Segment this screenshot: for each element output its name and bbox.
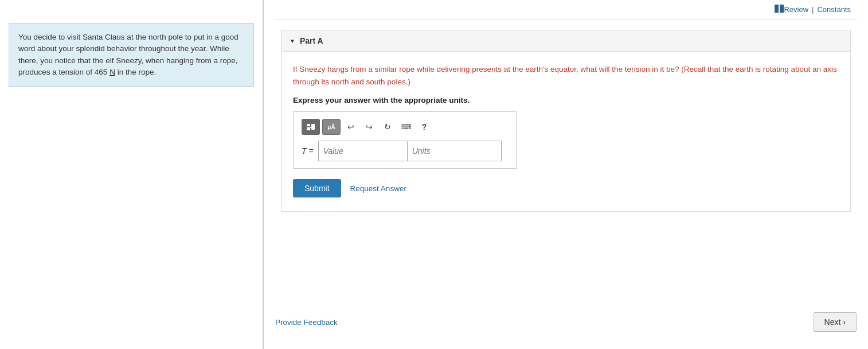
answer-box: μÅ ↩ ↪ ↻ ⌨ ? T = bbox=[293, 111, 517, 169]
next-label: Next bbox=[824, 317, 841, 327]
express-label: Express your answer with the appropriate… bbox=[293, 96, 839, 104]
next-arrow-icon: › bbox=[843, 317, 846, 327]
part-a-section: ▼ Part A If Sneezy hangs from a similar … bbox=[281, 30, 851, 212]
redo-icon[interactable]: ↪ bbox=[361, 119, 377, 135]
context-text: You decide to visit Santa Claus at the n… bbox=[18, 33, 238, 76]
toolbar: μÅ ↩ ↪ ↻ ⌨ ? bbox=[302, 119, 508, 135]
submit-row: Submit Request Answer bbox=[293, 179, 839, 197]
provide-feedback-link[interactable]: Provide Feedback bbox=[275, 318, 338, 327]
value-input[interactable] bbox=[318, 141, 407, 161]
constants-link[interactable]: Constants bbox=[817, 5, 851, 14]
svg-rect-6 bbox=[311, 124, 315, 130]
collapse-icon: ▼ bbox=[290, 38, 295, 44]
undo-icon[interactable]: ↩ bbox=[343, 119, 359, 135]
submit-button[interactable]: Submit bbox=[293, 179, 341, 197]
left-panel: You decide to visit Santa Claus at the n… bbox=[0, 0, 264, 349]
part-a-header[interactable]: ▼ Part A bbox=[281, 30, 850, 52]
unit-n: N bbox=[110, 68, 115, 76]
help-icon[interactable]: ? bbox=[416, 119, 432, 135]
fraction-button[interactable] bbox=[302, 119, 320, 135]
svg-rect-0 bbox=[775, 5, 779, 13]
mu-button[interactable]: μÅ bbox=[322, 119, 341, 135]
top-bar: Review | Constants bbox=[275, 0, 857, 20]
svg-rect-1 bbox=[780, 5, 784, 13]
mu-label: μÅ bbox=[327, 124, 335, 130]
input-label: T = bbox=[302, 146, 314, 156]
svg-rect-5 bbox=[307, 128, 310, 130]
part-a-content: If Sneezy hangs from a similar rope whil… bbox=[281, 52, 850, 211]
part-a-title: Part A bbox=[300, 36, 323, 45]
context-box: You decide to visit Santa Claus at the n… bbox=[9, 23, 254, 87]
request-answer-link[interactable]: Request Answer bbox=[350, 184, 406, 193]
keyboard-icon[interactable]: ⌨ bbox=[398, 119, 414, 135]
next-button[interactable]: Next › bbox=[814, 312, 857, 332]
refresh-icon[interactable]: ↻ bbox=[380, 119, 396, 135]
question-text: If Sneezy hangs from a similar rope whil… bbox=[293, 63, 839, 88]
bottom-bar: Provide Feedback Next › bbox=[269, 312, 862, 332]
right-panel: Review | Constants ▼ Part A If Sneezy ha… bbox=[264, 0, 868, 349]
separator: | bbox=[812, 5, 814, 14]
input-row: T = bbox=[302, 141, 508, 161]
review-link[interactable]: Review bbox=[784, 5, 808, 14]
svg-rect-3 bbox=[307, 124, 310, 126]
svg-rect-2 bbox=[779, 5, 780, 13]
units-input[interactable] bbox=[407, 141, 502, 161]
book-icon bbox=[775, 5, 784, 14]
